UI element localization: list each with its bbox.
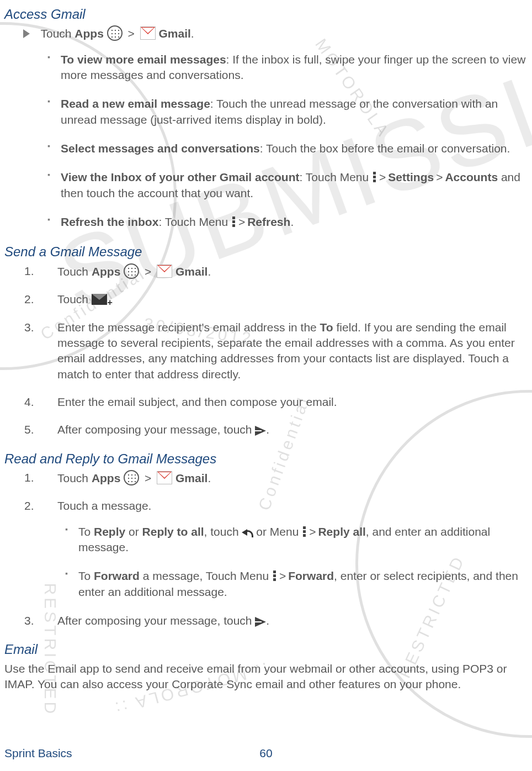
item-title: To view more email messages: [61, 53, 226, 66]
text: Touch: [57, 293, 92, 305]
compose-icon: [92, 294, 107, 305]
step-item: Touch Apps > Gmail.: [41, 470, 528, 486]
list-item: View the Inbox of your other Gmail accou…: [4, 170, 528, 201]
reply-label: Reply: [94, 525, 125, 538]
list-item: To Forward a message, Touch Menu >Forwar…: [22, 568, 528, 600]
accounts-label: Accounts: [445, 171, 498, 183]
gmail-label: Gmail: [158, 27, 190, 40]
text: or: [125, 525, 142, 538]
breadcrumb-sep: >: [377, 171, 388, 183]
apps-label: Apps: [92, 265, 121, 278]
reply-all-label: Reply to all: [142, 525, 204, 538]
apps-icon: [107, 25, 123, 41]
step-item: Enter the email subject, and then compos…: [41, 394, 528, 410]
forward-label: Forward: [288, 569, 334, 582]
menu-icon: [373, 172, 376, 183]
settings-label: Settings: [388, 171, 434, 183]
step-item: Touch .: [41, 292, 528, 307]
item-text: : Touch Menu: [300, 171, 373, 183]
list-item: Select messages and conversations: Touch…: [4, 141, 528, 156]
page-footer: Sprint Basics 60: [4, 746, 528, 761]
refresh-label: Refresh: [247, 215, 290, 228]
breadcrumb-sep: >: [307, 525, 318, 538]
menu-icon: [273, 571, 276, 582]
heading-email: Email: [4, 641, 528, 658]
list-item: Refresh the inbox: Touch Menu >Refresh.: [4, 214, 528, 230]
menu-icon: [303, 526, 306, 537]
breadcrumb-sep: >: [142, 265, 153, 278]
gmail-label: Gmail: [175, 265, 208, 278]
text: , touch: [204, 525, 242, 538]
step-item: After composing your message, touch .: [41, 613, 528, 629]
access-gmail-list: To view more email messages: If the inbo…: [4, 52, 528, 230]
text: Enter the message recipient's email addr…: [57, 321, 320, 334]
gmail-icon: [157, 471, 172, 484]
page-number: 60: [4, 746, 528, 761]
item-title: Read a new email message: [61, 97, 210, 110]
heading-access-gmail: Access Gmail: [4, 6, 528, 23]
text: Enter the email subject, and then compos…: [57, 395, 337, 408]
email-paragraph: Use the Email app to send and receive em…: [4, 661, 528, 693]
send-steps: Touch Apps > Gmail. Touch . Enter the me…: [4, 263, 528, 438]
read-reply-steps: Touch Apps > Gmail. Touch a message. To …: [4, 470, 528, 629]
list-item: To view more email messages: If the inbo…: [4, 52, 528, 83]
period: .: [208, 472, 211, 484]
breadcrumb-sep: >: [277, 569, 288, 582]
text: Touch: [57, 265, 92, 278]
list-item: Read a new email message: Touch the unre…: [4, 96, 528, 128]
gmail-label: Gmail: [175, 472, 208, 484]
text: Touch a message.: [57, 499, 151, 512]
menu-icon: [232, 216, 235, 228]
text: After composing your message, touch: [57, 614, 255, 627]
list-item: To Reply or Reply to all, touch or Menu …: [22, 524, 528, 556]
gmail-icon: [140, 27, 156, 40]
text: To: [78, 525, 94, 538]
forward-label: Forward: [94, 569, 140, 582]
period: .: [191, 27, 194, 40]
breadcrumb-sep: >: [236, 215, 247, 228]
item-title: Refresh the inbox: [61, 215, 158, 228]
step-item: Enter the message recipient's email addr…: [41, 320, 528, 382]
reply-all-label: Reply all: [318, 525, 365, 538]
period: .: [266, 614, 269, 627]
reply-icon: [242, 528, 253, 537]
step-item: Touch a message. To Reply or Reply to al…: [41, 498, 528, 600]
apps-label: Apps: [75, 27, 104, 40]
send-icon: [255, 617, 266, 627]
triangle-bullet-icon: [23, 29, 30, 38]
send-icon: [255, 426, 266, 436]
breadcrumb-sep: >: [126, 27, 137, 40]
item-title: View the Inbox of your other Gmail accou…: [61, 171, 300, 183]
text: After composing your message, touch: [57, 423, 255, 436]
heading-read-reply: Read and Reply to Gmail Messages: [4, 450, 528, 468]
item-title: Select messages and conversations: [61, 142, 260, 155]
text: Touch: [40, 27, 75, 40]
text: Touch: [57, 472, 92, 484]
period: .: [208, 265, 211, 278]
breadcrumb-sep: >: [434, 171, 445, 183]
apps-icon: [124, 263, 139, 279]
sub-bullets: To Reply or Reply to all, touch or Menu …: [22, 524, 528, 600]
text: To: [78, 569, 94, 582]
heading-send-gmail: Send a Gmail Message: [4, 243, 528, 261]
period: .: [266, 423, 269, 436]
step-item: Touch Apps > Gmail.: [41, 263, 528, 279]
text: a message, Touch Menu: [140, 569, 272, 582]
period: .: [290, 215, 294, 228]
gmail-icon: [157, 265, 172, 278]
item-text: : Touch Menu: [158, 215, 231, 228]
instruction-line: Touch Apps > Gmail.: [4, 25, 528, 41]
apps-icon: [124, 470, 139, 485]
breadcrumb-sep: >: [142, 472, 153, 484]
step-item: After composing your message, touch .: [41, 422, 528, 437]
text: or Menu: [253, 525, 302, 538]
apps-label: Apps: [92, 472, 121, 484]
item-text: : Touch the box before the email or conv…: [260, 142, 510, 155]
to-label: To: [320, 321, 333, 334]
